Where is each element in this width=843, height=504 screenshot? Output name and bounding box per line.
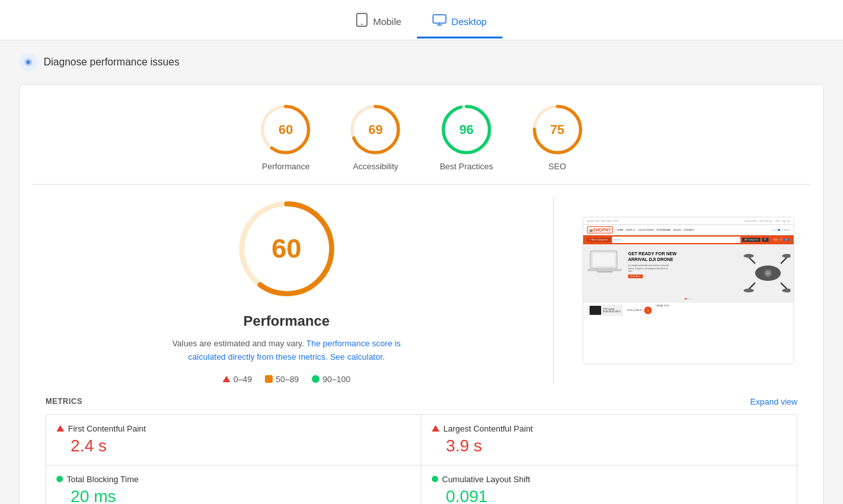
- metric-header-lcp: Largest Contentful Paint: [432, 424, 787, 433]
- metric-cell-lcp: Largest Contentful Paint 3.9 s: [422, 415, 797, 466]
- svg-rect-19: [588, 269, 622, 271]
- screenshot-frame: Winter Sale 65% Offer 37% TestimonialsFr…: [583, 217, 794, 364]
- gauge-value-best-practices: 96: [459, 122, 473, 137]
- score-item-seo: 75 SEO: [532, 104, 583, 171]
- metric-cell-fcp: First Contentful Paint 2.4 s: [46, 415, 422, 466]
- diagnose-title: Diagnose performance issues: [44, 56, 180, 68]
- scores-row: 60 Performance 69 Accessibility: [33, 104, 810, 171]
- metric-name-fcp: First Contentful Paint: [68, 424, 146, 433]
- left-panel: 60 Performance Values are estimated and …: [46, 197, 527, 384]
- gauge-performance: 60: [260, 104, 311, 155]
- legend-fail-range: 0–49: [234, 374, 252, 384]
- metric-value-lcp: 3.9 s: [432, 436, 787, 456]
- score-label-accessibility: Accessibility: [353, 162, 398, 171]
- gauge-value-seo: 75: [550, 122, 564, 137]
- legend-average-range: 50–89: [276, 374, 299, 384]
- metric-value-fcp: 2.4 s: [56, 436, 411, 456]
- svg-rect-20: [597, 271, 613, 273]
- tab-bar: Mobile Desktop: [0, 0, 843, 40]
- svg-point-28: [782, 254, 790, 258]
- svg-line-23: [749, 257, 755, 264]
- metric-value-tbt: 20 ms: [56, 487, 411, 504]
- score-item-accessibility: 69 Accessibility: [350, 104, 401, 171]
- metrics-header: METRICS Expand view: [46, 397, 797, 407]
- metrics-section: METRICS Expand view First Contentful Pai…: [33, 397, 810, 504]
- metric-value-cls: 0.091: [432, 487, 787, 504]
- scores-panel: 60 Performance 69 Accessibility: [19, 84, 824, 504]
- vertical-divider: [553, 197, 554, 384]
- gauge-value-accessibility: 69: [368, 122, 382, 137]
- svg-rect-2: [433, 15, 446, 23]
- legend-square-icon: [265, 375, 273, 383]
- svg-point-27: [744, 254, 754, 258]
- svg-line-24: [781, 257, 787, 264]
- metric-header-fcp: First Contentful Paint: [56, 424, 411, 433]
- legend-pass-range: 90–100: [323, 374, 350, 384]
- svg-point-1: [361, 24, 362, 25]
- score-item-best-practices: 96 Best Practices: [439, 104, 493, 171]
- perf-link2[interactable]: See calculator.: [330, 352, 384, 362]
- svg-point-6: [26, 60, 30, 64]
- svg-rect-21: [593, 253, 615, 266]
- score-item-performance: 60 Performance: [260, 104, 311, 171]
- metrics-grid: First Contentful Paint 2.4 s Largest Con…: [46, 414, 797, 504]
- legend-fail: 0–49: [223, 374, 252, 384]
- metric-indicator-fcp: [56, 425, 64, 432]
- main-score-section: 60 Performance Values are estimated and …: [33, 197, 810, 384]
- page-container: Mobile Desktop Diagnose performanc: [0, 0, 843, 504]
- diagnose-header: Diagnose performance issues: [19, 53, 824, 71]
- main-content: Diagnose performance issues 60 Performan…: [0, 40, 843, 504]
- legend-triangle-icon: [223, 376, 230, 382]
- gauge-seo: 75: [532, 104, 583, 155]
- metric-name-tbt: Total Blocking Time: [67, 475, 139, 484]
- score-label-seo: SEO: [549, 162, 566, 171]
- metric-indicator-cls: [432, 476, 438, 482]
- legend-pass: 90–100: [312, 374, 350, 384]
- website-preview: Winter Sale 65% Offer 37% TestimonialsFr…: [583, 217, 794, 364]
- metric-name-cls: Cumulative Layout Shift: [442, 475, 530, 484]
- svg-line-25: [749, 283, 755, 289]
- large-gauge: 60: [235, 197, 338, 300]
- legend-average: 50–89: [265, 374, 299, 384]
- perf-desc-text1: Values are estimated and may vary.: [172, 339, 303, 348]
- tab-mobile[interactable]: Mobile: [341, 6, 416, 40]
- score-label-performance: Performance: [262, 162, 309, 171]
- tab-desktop-label: Desktop: [452, 16, 487, 27]
- legend-circle-icon: [312, 375, 319, 383]
- svg-point-32: [766, 271, 770, 275]
- gauge-accessibility: 69: [350, 104, 401, 155]
- svg-line-26: [781, 283, 787, 289]
- metrics-label: METRICS: [46, 397, 83, 406]
- right-panel: Winter Sale 65% Offer 37% TestimonialsFr…: [579, 197, 797, 384]
- gauge-value-performance: 60: [278, 122, 293, 137]
- mobile-icon: [356, 13, 368, 30]
- metric-header-cls: Cumulative Layout Shift: [432, 475, 787, 484]
- metric-header-tbt: Total Blocking Time: [56, 475, 411, 484]
- gauge-best-practices: 96: [441, 104, 492, 155]
- scores-divider: [33, 184, 810, 185]
- perf-description: Values are estimated and may vary. The p…: [165, 337, 409, 364]
- tab-desktop[interactable]: Desktop: [417, 8, 502, 38]
- metric-cell-cls: Cumulative Layout Shift 0.091: [422, 466, 797, 504]
- diagnose-icon: [19, 53, 37, 71]
- svg-point-29: [744, 289, 754, 292]
- score-label-best-practices: Best Practices: [439, 162, 493, 171]
- metric-indicator-lcp: [432, 425, 439, 432]
- perf-title: Performance: [243, 313, 330, 330]
- tab-mobile-label: Mobile: [373, 16, 401, 27]
- expand-view-button[interactable]: Expand view: [750, 397, 797, 407]
- desktop-icon: [432, 14, 447, 29]
- large-gauge-value: 60: [271, 233, 302, 264]
- metric-cell-tbt: Total Blocking Time 20 ms: [46, 466, 422, 504]
- legend-row: 0–49 50–89 90–100: [223, 374, 350, 384]
- metric-indicator-tbt: [56, 476, 63, 482]
- svg-point-30: [782, 289, 790, 292]
- metric-name-lcp: Largest Contentful Paint: [443, 424, 532, 433]
